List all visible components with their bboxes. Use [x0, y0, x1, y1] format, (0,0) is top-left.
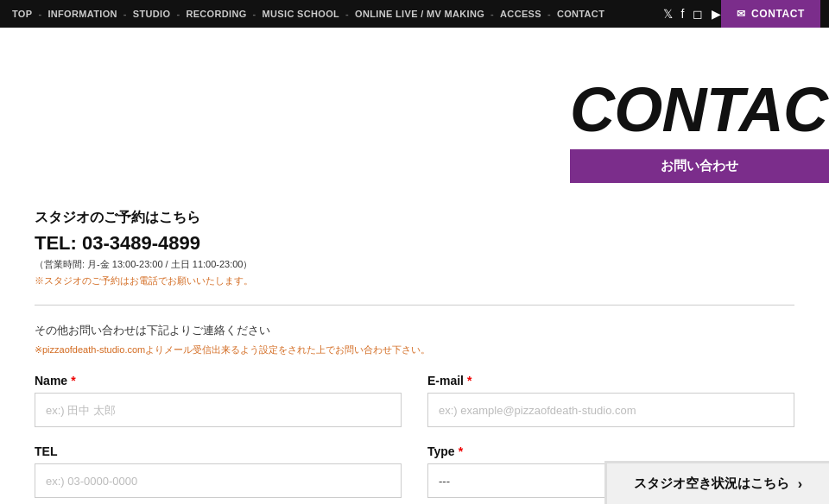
hero-section: CONTACT お問い合わせ	[0, 28, 829, 183]
name-label: Name*	[35, 374, 402, 387]
type-label: Type*	[427, 444, 794, 458]
nav-links: TOP - INFORMATION - STUDIO - RECORDING -…	[9, 9, 608, 19]
section-divider	[35, 305, 794, 306]
nav-access[interactable]: ACCESS	[497, 9, 545, 19]
nav-sep6: -	[490, 9, 495, 19]
nav-sep1: -	[37, 9, 42, 19]
tel-group: TEL	[35, 444, 402, 498]
studio-reservation-title: スタジオのご予約はこちら	[35, 209, 794, 227]
tel-number: TEL: 03-3489-4899	[35, 232, 794, 255]
nav-bar: TOP - INFORMATION - STUDIO - RECORDING -…	[0, 0, 829, 28]
nav-information[interactable]: INFORMATION	[44, 9, 120, 19]
bottom-cta-arrow-icon: ›	[798, 476, 802, 492]
nav-sep4: -	[252, 9, 257, 19]
email-label: E-mail*	[427, 374, 794, 387]
studio-note: ※スタジオのご予約はお電話でお願いいたします。	[35, 274, 794, 287]
nav-contact[interactable]: CONTACT	[554, 9, 608, 19]
instagram-icon[interactable]: ◻	[693, 7, 703, 21]
nav-top[interactable]: TOP	[9, 9, 35, 19]
nav-music-school[interactable]: MUSIC SCHOOL	[259, 9, 344, 19]
page-subtitle: お問い合わせ	[570, 149, 829, 183]
email-required: *	[467, 374, 471, 387]
form-row-1: Name* E-mail*	[35, 374, 794, 427]
nav-sep7: -	[547, 9, 552, 19]
hero-right: CONTACT お問い合わせ	[570, 28, 829, 183]
tel-input[interactable]	[35, 463, 402, 498]
inquiry-note: ※pizzaofdeath-studio.comよりメール受信出来るよう設定をさ…	[35, 343, 794, 356]
page-title: CONTACT	[570, 53, 829, 149]
twitter-icon[interactable]: 𝕏	[663, 7, 673, 21]
name-required: *	[71, 374, 75, 387]
nav-contact-button[interactable]: ✉ CONTACT	[721, 0, 820, 28]
studio-availability-cta[interactable]: スタジオ空き状況はこちら ›	[604, 461, 829, 504]
inquiry-text: その他お問い合わせは下記よりご連絡ください	[35, 323, 794, 338]
nav-online-live[interactable]: ONLINE LIVE / MV MAKING	[351, 9, 488, 19]
hero-left	[0, 28, 570, 183]
type-required: *	[459, 444, 463, 458]
nav-social-icons: 𝕏 f ◻ ▶	[663, 7, 722, 21]
nav-sep2: -	[123, 9, 128, 19]
name-group: Name*	[35, 374, 402, 427]
facebook-icon[interactable]: f	[681, 7, 685, 21]
nav-right: 𝕏 f ◻ ▶ ✉ CONTACT	[663, 0, 820, 28]
hours-text: （営業時間: 月-金 13:00-23:00 / 土日 11:00-23:00）	[35, 258, 794, 271]
nav-sep3: -	[175, 9, 180, 19]
youtube-icon[interactable]: ▶	[712, 7, 721, 21]
tel-label: TEL	[35, 444, 402, 458]
mail-icon: ✉	[737, 8, 746, 20]
email-input[interactable]	[427, 393, 794, 427]
email-group: E-mail*	[427, 374, 794, 427]
nav-sep5: -	[345, 9, 350, 19]
bottom-cta-label: スタジオ空き状況はこちら	[634, 476, 789, 492]
nav-studio[interactable]: STUDIO	[130, 9, 174, 19]
main-content: スタジオのご予約はこちら TEL: 03-3489-4899 （営業時間: 月-…	[0, 183, 829, 504]
nav-contact-label: CONTACT	[751, 8, 805, 20]
name-input[interactable]	[35, 393, 402, 427]
nav-recording[interactable]: RECORDING	[182, 9, 250, 19]
